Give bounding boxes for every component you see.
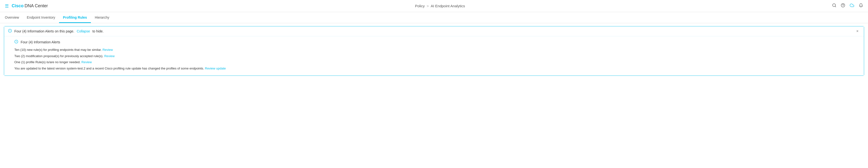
alert-summary-left: Four (4) Information Alerts on this page… [8,29,103,34]
alert-section: Four (4) Information Alerts on this page… [4,26,864,76]
close-alert-button[interactable]: × [855,29,860,34]
tab-bar: Overview Endpoint Inventory Profiling Ru… [0,12,868,23]
top-nav: ☰ Cisco DNA Center Policy > AI Endpoint … [0,0,868,12]
alert-item-4-text: You are updated to the latest version sy… [14,67,204,70]
search-icon[interactable] [832,3,836,9]
tab-overview[interactable]: Overview [5,12,23,23]
logo-dna-center: DNA Center [25,3,48,8]
breadcrumb-separator: > [427,4,429,8]
hamburger-icon[interactable]: ☰ [5,4,9,8]
logo: Cisco DNA Center [12,3,48,8]
tab-endpoint-inventory[interactable]: Endpoint Inventory [23,12,59,23]
alert-item-3-review-link[interactable]: Review [82,60,92,64]
alert-detail-title: Four (4) Information Alerts [21,40,60,44]
list-item: You are updated to the latest version sy… [14,66,860,71]
list-item: One (1) profile Rule(s) is/are no longer… [14,60,860,65]
nav-right [832,3,863,9]
tab-hierarchy[interactable]: Hierarchy [91,12,113,23]
breadcrumb: Policy > AI Endpoint Analytics [415,4,465,8]
info-icon-detail [14,40,18,45]
bell-icon[interactable] [859,3,863,9]
breadcrumb-analytics: AI Endpoint Analytics [431,4,465,8]
cloud-icon[interactable] [849,3,855,9]
alert-item-2-text: Two (2) modification proposal(s) for pre… [14,54,103,58]
svg-line-1 [835,6,836,7]
info-icon-summary [8,29,12,34]
alert-summary-text-after: to hide. [92,29,103,33]
alert-summary-text-before: Four (4) Information Alerts on this page… [14,29,74,33]
list-item: Ten (10) new rule(s) for profiling endpo… [14,47,860,52]
alert-detail-header: Four (4) Information Alerts [14,40,860,45]
breadcrumb-policy: Policy [415,4,425,8]
alert-item-2-review-link[interactable]: Review [104,54,115,58]
alert-detail: Four (4) Information Alerts Ten (10) new… [4,36,864,76]
help-icon[interactable] [841,3,845,9]
tab-profiling-rules[interactable]: Profiling Rules [59,12,91,23]
nav-left: ☰ Cisco DNA Center [5,3,48,8]
alert-item-3-text: One (1) profile Rule(s) is/are no longer… [14,60,81,64]
alert-summary-bar: Four (4) Information Alerts on this page… [4,27,864,36]
list-item: Two (2) modification proposal(s) for pre… [14,54,860,58]
alert-item-1-review-link[interactable]: Review [102,48,113,51]
collapse-link[interactable]: Collapse [77,29,90,33]
alert-item-4-review-link[interactable]: Review update [205,67,226,70]
logo-cisco: Cisco [12,3,24,8]
alert-item-1-text: Ten (10) new rule(s) for profiling endpo… [14,48,101,51]
